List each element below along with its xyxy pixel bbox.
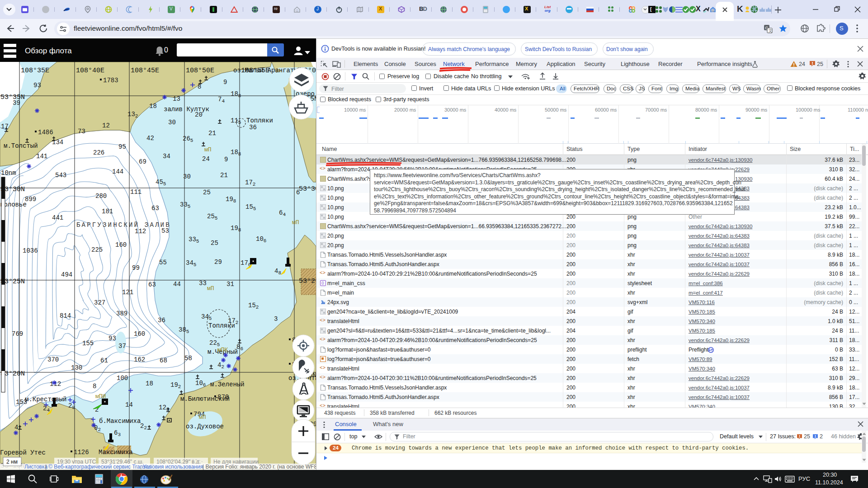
svg-text:залив Култук: залив Култук	[164, 106, 209, 113]
svg-text:33: 33	[199, 280, 207, 287]
svg-text:Топляки: Топляки	[246, 117, 273, 124]
svg-text:1126: 1126	[74, 449, 89, 456]
svg-text:769: 769	[12, 330, 23, 338]
svg-text:18: 18	[149, 103, 157, 110]
svg-text:53°25N: 53°25N	[299, 277, 316, 285]
svg-text:63: 63	[148, 281, 156, 288]
svg-text:мП: мП	[204, 146, 212, 153]
svg-text:53°30N: 53°30N	[299, 185, 316, 193]
svg-text:162: 162	[134, 356, 145, 363]
svg-text:21: 21	[220, 172, 228, 179]
svg-text:оз.Духовое: оз.Духовое	[186, 423, 224, 430]
svg-text:24: 24	[202, 155, 210, 163]
svg-text:73: 73	[78, 128, 85, 135]
svg-text:42: 42	[146, 135, 154, 142]
svg-text:111: 111	[130, 188, 142, 196]
svg-text:文: 文	[768, 28, 772, 33]
svg-text:93: 93	[33, 82, 41, 89]
svg-text:36: 36	[158, 317, 165, 324]
svg-text:181: 181	[102, 208, 113, 215]
svg-text:108°40E: 108°40E	[76, 67, 104, 75]
svg-text:108°50E: 108°50E	[186, 67, 214, 75]
svg-text:112: 112	[135, 228, 146, 235]
svg-text:1486: 1486	[38, 129, 53, 136]
svg-text:Максимиха: Максимиха	[99, 449, 133, 456]
svg-text:БАРГУЗИНСКИЙ ЗАЛИВ: БАРГУЗИНСКИЙ ЗАЛИВ	[76, 221, 171, 229]
svg-text:Условия использования: Условия использования	[143, 464, 203, 470]
svg-text:мПК: мПК	[217, 347, 228, 353]
svg-text:370: 370	[47, 356, 59, 363]
svg-text:327: 327	[94, 299, 105, 306]
svg-text:12: 12	[102, 122, 110, 129]
svg-text:3: 3	[274, 315, 278, 323]
svg-text:25: 25	[203, 189, 211, 196]
svg-text:141: 141	[36, 153, 47, 160]
svg-text:10nm: 10nm	[1, 169, 16, 177]
svg-text:1783: 1783	[103, 77, 118, 84]
svg-text:м.Толстый: м.Толстый	[4, 142, 38, 150]
svg-text:| Версия Folio: январь 2020 г.: | Версия Folio: январь 2020 г. (на основ…	[203, 464, 316, 470]
svg-text:814: 814	[60, 312, 71, 319]
svg-text:543: 543	[55, 172, 66, 179]
svg-text:мП: мП	[199, 414, 206, 421]
svg-text:б.Максимиха: б.Максимиха	[99, 418, 141, 425]
svg-text:121: 121	[122, 289, 133, 296]
svg-text:29: 29	[214, 258, 222, 266]
svg-text:м.Крестовый: м.Крестовый	[25, 396, 66, 403]
svg-text:55: 55	[159, 259, 167, 266]
svg-text:441: 441	[52, 214, 63, 221]
svg-text:,: ,	[140, 464, 142, 470]
svg-text:8: 8	[198, 83, 201, 90]
svg-text:39: 39	[13, 99, 20, 107]
svg-text:9: 9	[224, 156, 228, 163]
svg-text:108°35E: 108°35E	[21, 67, 49, 75]
svg-text:58: 58	[184, 355, 192, 362]
svg-text:34: 34	[163, 153, 170, 160]
svg-text:155: 155	[82, 340, 94, 347]
svg-text:160: 160	[134, 330, 145, 338]
svg-text:31: 31	[226, 281, 234, 288]
svg-text:160: 160	[115, 241, 127, 249]
svg-text:|: |	[45, 464, 47, 470]
svg-text:108°45E: 108°45E	[131, 67, 159, 75]
svg-text:мП: мП	[292, 219, 299, 226]
svg-text:2 нм: 2 нм	[6, 459, 18, 465]
svg-text:м.Зеленый: м.Зеленый	[210, 381, 245, 388]
svg-text:494: 494	[61, 271, 72, 278]
svg-text:9: 9	[223, 79, 227, 86]
svg-text:8: 8	[93, 383, 96, 390]
svg-text:18: 18	[146, 380, 153, 387]
svg-text:95: 95	[118, 143, 126, 150]
svg-text:30: 30	[168, 119, 176, 126]
svg-text:1036: 1036	[23, 247, 38, 254]
svg-text:63: 63	[151, 205, 159, 212]
svg-text:61: 61	[100, 357, 108, 364]
svg-text:21: 21	[208, 130, 216, 137]
svg-text:Горевой Утес: Горевой Утес	[0, 449, 46, 456]
svg-text:36: 36	[249, 124, 257, 131]
svg-text:130: 130	[71, 364, 82, 371]
svg-text:99: 99	[132, 264, 140, 272]
svg-text:226: 226	[93, 149, 104, 156]
svg-text:69: 69	[139, 158, 146, 165]
svg-text:100: 100	[117, 375, 128, 382]
svg-text:13: 13	[173, 95, 180, 103]
svg-text:93: 93	[108, 335, 116, 342]
svg-text:225: 225	[91, 246, 103, 253]
svg-text:G: G	[712, 9, 714, 12]
svg-text:4: 4	[14, 424, 18, 431]
svg-text:389: 389	[116, 310, 127, 317]
svg-text:м.Билютинский: м.Билютинский	[180, 395, 230, 403]
svg-text:Топляки: Топляки	[208, 322, 235, 329]
svg-text:37: 37	[118, 343, 126, 350]
svg-text:25: 25	[211, 239, 218, 247]
svg-text:44: 44	[173, 281, 181, 288]
svg-text:280: 280	[95, 192, 107, 200]
svg-text:30: 30	[183, 173, 191, 180]
svg-text:Листовка: Листовка	[24, 464, 48, 470]
svg-text:G: G	[296, 9, 298, 13]
svg-text:6: 6	[296, 189, 300, 196]
svg-text:68: 68	[160, 357, 167, 364]
svg-text:© Веб-картографический сервис: © Веб-картографический сервис Transas	[48, 464, 151, 470]
svg-text:мП: мП	[207, 285, 214, 292]
